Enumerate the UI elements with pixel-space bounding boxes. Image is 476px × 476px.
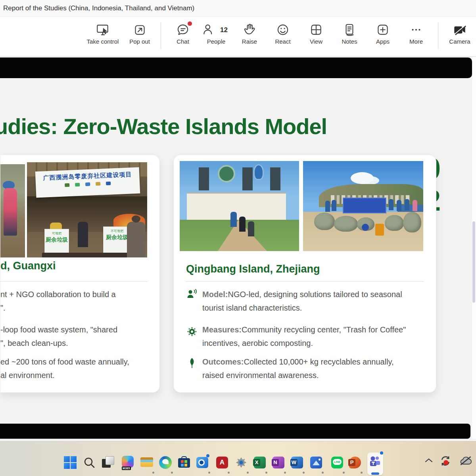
teams-icon-active[interactable] bbox=[367, 453, 383, 475]
smiley-icon bbox=[275, 22, 290, 37]
case-card-weizhou: 广西涠洲岛零废弃社区建设项目 可堆肥 厨余垃圾 不可堆肥 厨余垃圾 d, Gua… bbox=[0, 155, 160, 393]
scrollbar-thumb[interactable] bbox=[472, 221, 475, 303]
garden-photo bbox=[0, 164, 25, 257]
onenote-icon[interactable]: N bbox=[272, 456, 285, 469]
word-icon[interactable]: W bbox=[290, 456, 304, 469]
window-titlebar: Report of the Studies (China, Indonesia,… bbox=[0, 0, 476, 17]
fish-mural bbox=[253, 164, 264, 180]
scrollbar-track[interactable] bbox=[472, 57, 476, 439]
standing-person bbox=[127, 222, 145, 257]
edge-browser-icon[interactable] bbox=[159, 456, 172, 469]
task-view-button[interactable] bbox=[101, 456, 115, 469]
line-app-icon[interactable]: LINE bbox=[330, 456, 344, 469]
blue-ball bbox=[362, 224, 369, 231]
case-card-qingbang: Qingbang Island, Zhejiang Model:NGO-led,… bbox=[173, 155, 436, 393]
window-title: Report of the Studies (China, Indonesia,… bbox=[3, 0, 194, 17]
camera-button[interactable]: Camera bbox=[440, 21, 476, 54]
copilot-m365-icon[interactable]: M365 bbox=[121, 456, 134, 469]
cleanup-banner bbox=[343, 198, 386, 213]
take-control-button[interactable]: Take control bbox=[83, 21, 123, 54]
file-explorer-icon[interactable] bbox=[140, 456, 154, 469]
tray-onedrive-offline-icon[interactable] bbox=[459, 456, 472, 468]
windows-taskbar: M365 A X bbox=[0, 441, 476, 476]
line-badge: LINE bbox=[333, 459, 342, 465]
people-icon bbox=[202, 22, 217, 37]
screen-control-icon bbox=[95, 22, 110, 37]
tray-sync-icon[interactable] bbox=[440, 455, 451, 468]
slide-bottom-black-bar bbox=[0, 424, 470, 439]
toolbar-divider bbox=[161, 22, 161, 49]
raise-hand-icon bbox=[242, 22, 257, 37]
person-speaking-icon bbox=[186, 288, 198, 300]
tray-chevron-button[interactable] bbox=[424, 457, 433, 464]
notes-icon bbox=[342, 22, 357, 37]
card-heading: Qingbang Island, Zhejiang bbox=[186, 263, 320, 275]
search-button[interactable] bbox=[83, 456, 96, 469]
teams-notification-dot bbox=[380, 451, 383, 455]
powerpoint-icon[interactable]: P bbox=[348, 456, 362, 469]
acrobat-icon[interactable]: A bbox=[215, 456, 229, 469]
shared-screen-stage: udies: Zero-Waste Islands Model 0 2 广西涠洲… bbox=[0, 57, 476, 441]
settings-icon[interactable] bbox=[234, 456, 248, 469]
leaf-icon bbox=[187, 357, 199, 369]
camera-off-icon bbox=[452, 22, 467, 37]
photos-icon[interactable] bbox=[309, 456, 323, 469]
meeting-toolbar: Take control Pop out Chat 12 People Rais… bbox=[0, 17, 476, 57]
microsoft-store-icon[interactable] bbox=[177, 456, 191, 469]
excel-icon[interactable]: X bbox=[253, 456, 267, 469]
photo-banner: 广西涠洲岛零废弃社区建设项目 bbox=[35, 167, 140, 198]
slide-top-black-bar bbox=[0, 58, 472, 78]
more-button[interactable]: More bbox=[396, 21, 436, 54]
card-heading: d, Guangxi bbox=[0, 260, 56, 272]
beach-cleanup-photo bbox=[303, 161, 423, 251]
outlook-notification-dot bbox=[206, 454, 209, 457]
start-button[interactable] bbox=[63, 456, 77, 469]
apps-plus-icon bbox=[375, 22, 390, 37]
market-photo: 广西涠洲岛零废弃社区建设项目 可堆肥 厨余垃圾 不可堆肥 厨余垃圾 bbox=[27, 162, 147, 257]
chat-notification-dot bbox=[188, 21, 192, 26]
slide-title: udies: Zero-Waste Islands Model bbox=[0, 113, 327, 139]
ellipsis-icon bbox=[409, 22, 424, 37]
m365-badge: M365 bbox=[122, 466, 131, 470]
shopper-person bbox=[78, 222, 88, 247]
compost-box-1: 可堆肥 厨余垃圾 bbox=[44, 229, 69, 255]
outlook-icon[interactable] bbox=[196, 456, 209, 469]
people-count: 12 bbox=[220, 26, 228, 34]
building-photo bbox=[180, 161, 299, 251]
teams-active-indicator bbox=[371, 472, 379, 475]
pop-out-button[interactable]: Pop out bbox=[120, 21, 159, 54]
gear-icon bbox=[186, 326, 198, 338]
pop-out-icon bbox=[132, 22, 147, 37]
grid-view-icon bbox=[309, 22, 324, 37]
round-mural bbox=[218, 165, 235, 182]
toolbar-divider bbox=[438, 22, 438, 49]
